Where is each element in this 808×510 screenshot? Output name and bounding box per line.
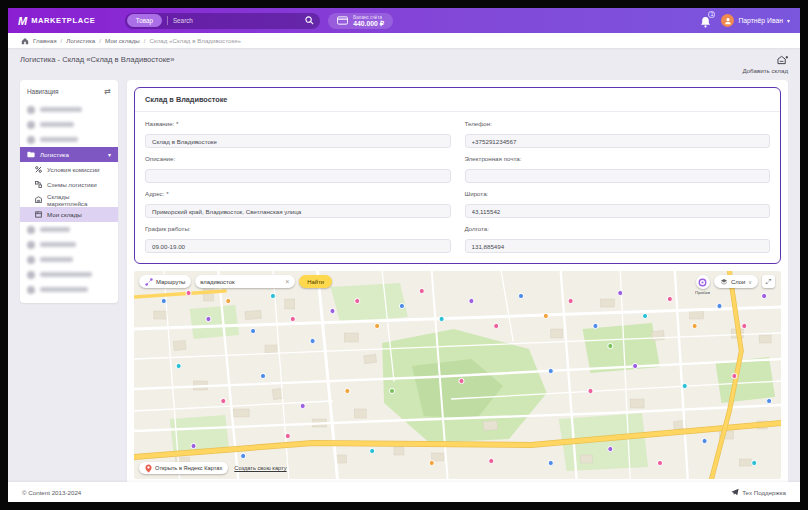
map-search-box: ×: [195, 275, 295, 288]
search-icon[interactable]: [305, 16, 314, 25]
page-title: Логистика - Склад «Склад в Владивостоке»: [20, 55, 175, 64]
field-longitude: Долгота:: [465, 225, 771, 253]
sidebar-item-label: Схемы логистики: [47, 181, 97, 188]
map-find-button[interactable]: Найти: [299, 275, 332, 288]
add-warehouse-icon: [777, 55, 788, 65]
map-routes-button[interactable]: Маршруты: [139, 275, 191, 288]
field-label: Электронная почта:: [465, 155, 771, 162]
blurred-label: [40, 227, 70, 232]
search-input[interactable]: [173, 17, 300, 24]
logo-icon: M: [18, 15, 27, 27]
layers-icon: [720, 278, 728, 286]
blurred-label: [40, 242, 76, 247]
avatar: [721, 14, 734, 27]
sidebar-item-logistics-schemes[interactable]: Схемы логистики: [20, 177, 118, 192]
add-warehouse-button[interactable]: Добавить склад: [742, 55, 788, 74]
map-layers-button[interactable]: Слои ∨: [714, 275, 758, 288]
breadcrumb-item-warehouses[interactable]: Мои склады: [105, 37, 140, 44]
divider: [167, 16, 168, 25]
sidebar-item-blurred[interactable]: [20, 267, 118, 282]
blurred-label: [40, 287, 88, 292]
sidebar-item-label: Условия комиссии: [47, 166, 100, 173]
user-menu[interactable]: Партнёр Иван ▾: [721, 14, 790, 27]
map-traffic-button[interactable]: Пробки: [695, 275, 710, 295]
sidebar-item-blurred[interactable]: [20, 282, 118, 297]
breadcrumb-item-home[interactable]: Главная: [33, 37, 57, 44]
home-icon[interactable]: [21, 37, 29, 45]
fullscreen-icon[interactable]: ⤢: [762, 275, 775, 288]
field-email: Электронная почта:: [465, 155, 771, 183]
breadcrumb: Главная / Логистика / Мои склады / Склад…: [8, 33, 800, 48]
map-layers-label: Слои: [731, 279, 745, 285]
sidebar-item-blurred[interactable]: [20, 252, 118, 267]
traffic-icon: [698, 278, 707, 287]
field-label: Широта:: [465, 190, 771, 197]
map-widget[interactable]: Маршруты × Найти: [134, 271, 781, 479]
blurred-label: [40, 272, 92, 277]
notifications-button[interactable]: 1: [700, 14, 713, 27]
sidebar-item-logistics[interactable]: Логистика ▾: [20, 147, 118, 162]
description-input[interactable]: [145, 169, 451, 183]
sidebar-item-my-warehouses[interactable]: Мои склады: [20, 207, 118, 222]
field-label: Описание:: [145, 155, 451, 162]
phone-input[interactable]: [465, 134, 771, 148]
open-in-yandex-button[interactable]: Открыть в Яндекс Картах: [139, 462, 228, 474]
schedule-input[interactable]: [145, 239, 451, 253]
map-search-input[interactable]: [200, 279, 284, 285]
sidebar-item-blurred[interactable]: [20, 102, 118, 117]
map-canvas[interactable]: [134, 271, 781, 479]
sidebar-item-commission-terms[interactable]: Условия комиссии: [20, 162, 118, 177]
copyright-text: © Content 2013-2024: [22, 489, 81, 496]
breadcrumb-separator: /: [144, 37, 146, 44]
balance-widget[interactable]: Баланс счёта 440.000 ₽: [328, 13, 393, 29]
email-input[interactable]: [465, 169, 771, 183]
field-schedule: График работы:: [145, 225, 451, 253]
create-map-link[interactable]: Создать свою карту: [234, 465, 286, 471]
form-title: Склад в Владивостоке: [135, 88, 780, 112]
breadcrumb-separator: /: [61, 37, 63, 44]
support-link[interactable]: Тех Поддержка: [731, 488, 786, 496]
sidebar-item-blurred[interactable]: [20, 222, 118, 237]
sidebar: Навигация ⇄ Логистика ▾: [20, 80, 118, 303]
address-input[interactable]: [145, 204, 451, 218]
blurred-icon: [27, 241, 35, 249]
field-label: Название: *: [145, 120, 451, 127]
user-name: Партнёр Иван: [738, 17, 783, 24]
product-filter-button[interactable]: Товар: [127, 14, 162, 27]
blurred-label: [40, 122, 74, 127]
clear-icon[interactable]: ×: [284, 278, 290, 285]
marketplace-logo[interactable]: M MARKETPLACE: [18, 15, 95, 27]
longitude-input[interactable]: [465, 239, 771, 253]
blurred-label: [40, 257, 73, 262]
percent-icon: [34, 166, 42, 174]
yandex-pin-icon: [145, 464, 152, 473]
blurred-icon: [27, 226, 35, 234]
sidebar-title: Навигация: [27, 88, 59, 95]
latitude-input[interactable]: [465, 204, 771, 218]
blurred-label: [40, 137, 78, 142]
header-search-bar: Товар: [125, 13, 320, 29]
sidebar-item-blurred[interactable]: [20, 237, 118, 252]
name-input[interactable]: [145, 134, 451, 148]
breadcrumb-item-logistics[interactable]: Логистика: [66, 37, 95, 44]
blurred-icon: [27, 136, 35, 144]
blurred-icon: [27, 256, 35, 264]
notification-badge: 1: [708, 11, 715, 18]
field-phone: Телефон:: [465, 120, 771, 148]
content-area: Логистика - Склад «Склад в Владивостоке»…: [8, 48, 800, 486]
sidebar-item-label: Логистика: [40, 151, 69, 158]
folder-icon: [27, 151, 35, 159]
blurred-label: [40, 107, 82, 112]
sidebar-item-label: Склады маркетплейса: [47, 193, 111, 207]
swap-icon[interactable]: ⇄: [104, 87, 111, 96]
warehouse-form-panel: Склад в Владивостоке Название: * Телефон…: [134, 87, 781, 264]
blurred-icon: [27, 286, 35, 294]
blurred-icon: [27, 271, 35, 279]
sidebar-item-blurred[interactable]: [20, 117, 118, 132]
sidebar-item-marketplace-warehouses[interactable]: Склады маркетплейса: [20, 192, 118, 207]
breadcrumb-separator: /: [99, 37, 101, 44]
telegram-icon: [731, 488, 739, 496]
field-description: Описание:: [145, 155, 451, 183]
map-traffic-label: Пробки: [695, 290, 710, 295]
sidebar-item-blurred[interactable]: [20, 132, 118, 147]
